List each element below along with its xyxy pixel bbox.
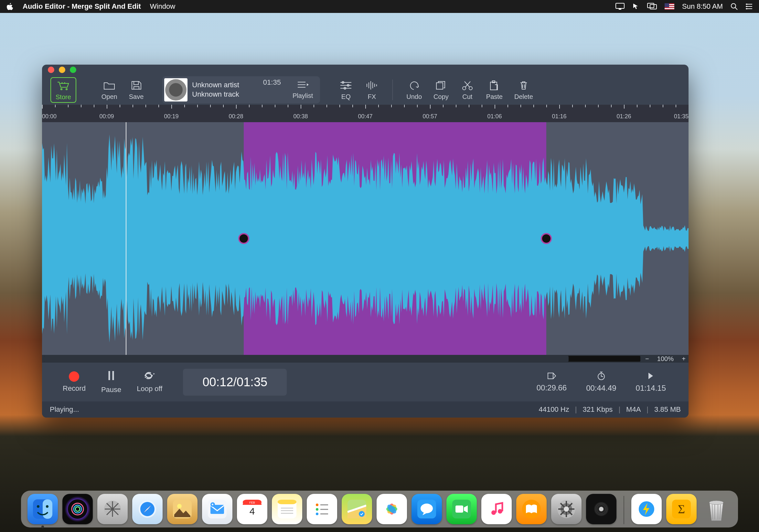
menu-window[interactable]: Window bbox=[150, 2, 175, 11]
dock-item-photos2[interactable] bbox=[377, 494, 407, 524]
svg-rect-36 bbox=[490, 82, 497, 90]
paste-button[interactable]: Paste bbox=[480, 78, 508, 102]
dock-item-reminders[interactable] bbox=[307, 494, 337, 524]
scissors-icon bbox=[460, 80, 474, 91]
selection-handle-start[interactable] bbox=[238, 233, 249, 244]
close-button[interactable] bbox=[48, 66, 54, 73]
svg-point-83 bbox=[359, 511, 365, 517]
svg-point-90 bbox=[420, 504, 433, 513]
notifications-icon[interactable] bbox=[745, 3, 752, 10]
zoom-in-button[interactable]: + bbox=[679, 355, 689, 362]
dock-item-settings[interactable] bbox=[551, 494, 581, 524]
svg-text:FEB: FEB bbox=[249, 501, 255, 504]
display-menu-icon[interactable] bbox=[616, 3, 624, 10]
dock-item-bolt[interactable] bbox=[631, 494, 662, 524]
svg-point-14 bbox=[61, 82, 62, 83]
open-button[interactable]: Open bbox=[96, 78, 123, 102]
dock-item-launchpad[interactable] bbox=[97, 494, 128, 524]
window-titlebar[interactable] bbox=[42, 65, 689, 75]
svg-rect-71 bbox=[278, 500, 297, 504]
selection-handle-end[interactable] bbox=[541, 233, 552, 244]
record-icon bbox=[69, 371, 79, 382]
ruler-label: 00:38 bbox=[293, 113, 308, 120]
dock-item-photos[interactable] bbox=[167, 494, 197, 524]
playhead[interactable] bbox=[126, 122, 126, 355]
toolbar: Store Open Save Unknown artist Unknown t… bbox=[42, 75, 689, 105]
file-size: 3.85 MB bbox=[654, 405, 681, 414]
remaining-marker[interactable]: 01:14.15 bbox=[626, 371, 676, 393]
svg-text:4: 4 bbox=[250, 506, 255, 516]
menu-clock[interactable]: Sun 8:50 AM bbox=[682, 2, 723, 11]
svg-rect-31 bbox=[436, 83, 443, 89]
airplay-menu-icon[interactable] bbox=[647, 3, 657, 10]
svg-rect-2 bbox=[648, 3, 654, 8]
dock-item-facetime[interactable] bbox=[446, 494, 477, 524]
flag-menu-icon[interactable] bbox=[664, 3, 674, 10]
track-duration: 01:35 bbox=[244, 78, 284, 87]
selection-end-marker[interactable]: 00:44.49 bbox=[577, 371, 626, 393]
track-info-panel: Unknown artist Unknown track 01:35 Playl… bbox=[162, 76, 320, 103]
dock-item-finder[interactable] bbox=[27, 494, 58, 524]
svg-point-61 bbox=[177, 504, 182, 509]
ruler-label: 00:09 bbox=[99, 113, 114, 120]
svg-point-108 bbox=[599, 507, 604, 511]
timeline-ruler[interactable]: 00:0000:0900:1900:2800:3800:4700:5701:06… bbox=[42, 105, 689, 122]
toolbar-divider bbox=[392, 80, 393, 100]
svg-point-13 bbox=[66, 89, 67, 90]
svg-point-52 bbox=[46, 505, 49, 508]
svg-rect-1 bbox=[619, 9, 621, 10]
delete-button[interactable]: Delete bbox=[508, 78, 539, 102]
svg-point-9 bbox=[746, 4, 747, 5]
save-button[interactable]: Save bbox=[123, 78, 150, 102]
svg-point-76 bbox=[316, 504, 318, 506]
dock-item-safari[interactable] bbox=[132, 494, 163, 524]
dock-item-siri[interactable] bbox=[62, 494, 93, 524]
svg-point-4 bbox=[731, 4, 736, 8]
playlist-button[interactable]: Playlist bbox=[289, 80, 317, 99]
dock-item-notes[interactable] bbox=[272, 494, 302, 524]
cursor-menu-icon[interactable] bbox=[632, 3, 639, 10]
undo-button[interactable]: Undo bbox=[401, 78, 428, 102]
waveform-area[interactable] bbox=[42, 122, 689, 355]
spotlight-icon[interactable] bbox=[731, 3, 738, 10]
store-button[interactable]: Store bbox=[51, 77, 76, 103]
dock-item-trash[interactable] bbox=[701, 494, 732, 524]
svg-point-78 bbox=[316, 513, 318, 515]
dock-item-music[interactable] bbox=[481, 494, 512, 524]
svg-point-15 bbox=[64, 82, 65, 83]
dock-item-sigma[interactable]: Σ bbox=[666, 494, 697, 524]
dock-item-maps[interactable] bbox=[342, 494, 372, 524]
pause-button[interactable]: Pause bbox=[94, 370, 129, 394]
svg-text:Σ: Σ bbox=[678, 502, 685, 516]
open-label: Open bbox=[101, 93, 117, 100]
selection-start-marker[interactable]: 00:29.66 bbox=[527, 372, 577, 392]
time-display: 00:12/01:35 bbox=[183, 369, 287, 396]
cut-button[interactable]: Cut bbox=[455, 78, 480, 102]
scroll-track[interactable] bbox=[44, 356, 640, 362]
dock: FEB4Σ bbox=[21, 491, 738, 527]
svg-rect-0 bbox=[616, 3, 624, 8]
dock-item-vinyl[interactable] bbox=[586, 494, 617, 524]
apple-menu-icon[interactable] bbox=[7, 3, 14, 10]
record-button[interactable]: Record bbox=[55, 371, 94, 393]
bitrate: 321 Kbps bbox=[582, 405, 613, 414]
dock-item-calendar[interactable]: FEB4 bbox=[237, 494, 267, 524]
zoom-out-button[interactable]: − bbox=[642, 355, 652, 362]
fx-button[interactable]: FX bbox=[359, 78, 385, 102]
ruler-label: 00:57 bbox=[422, 113, 437, 120]
svg-rect-50 bbox=[43, 499, 52, 519]
menu-app-title[interactable]: Audio Editor - Merge Split And Edit bbox=[22, 2, 141, 11]
loop-button[interactable]: Loop off bbox=[129, 371, 170, 393]
dock-item-books[interactable] bbox=[516, 494, 547, 524]
zoom-button[interactable] bbox=[70, 66, 76, 73]
dock-item-messages[interactable] bbox=[412, 494, 442, 524]
sample-rate: 44100 Hz bbox=[539, 405, 569, 414]
eq-button[interactable]: EQ bbox=[333, 78, 359, 102]
minimize-button[interactable] bbox=[59, 66, 65, 73]
svg-line-5 bbox=[735, 7, 737, 10]
svg-line-35 bbox=[464, 81, 470, 87]
dock-item-mail[interactable] bbox=[202, 494, 232, 524]
copy-button[interactable]: Copy bbox=[428, 78, 455, 102]
save-icon bbox=[129, 80, 143, 91]
save-label: Save bbox=[129, 93, 144, 100]
